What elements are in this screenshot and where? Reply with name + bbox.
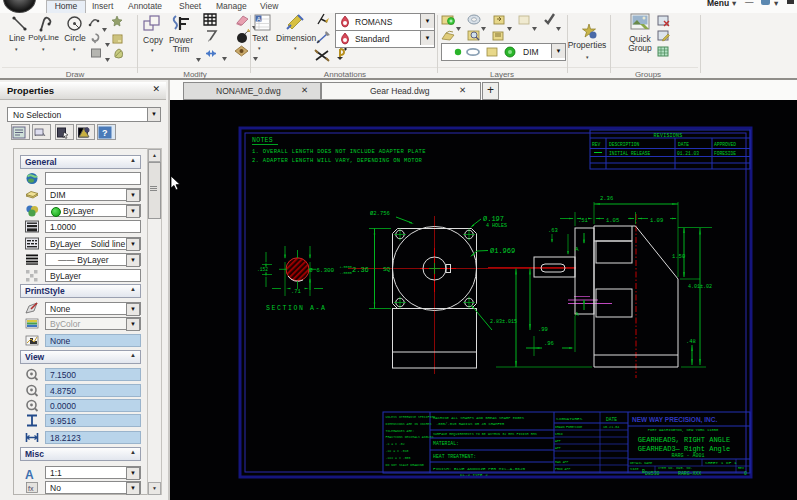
svg-text:2.36: 2.36 [352,266,369,274]
svg-text:MAN APP: MAN APP [555,460,568,464]
svg-text:RARG - A001: RARG - A001 [671,453,704,459]
svg-text:RARG-XXX: RARG-XXX [678,471,701,476]
svg-text:FINISH: BLUE ANODIZE PER MIL-: FINISH: BLUE ANODIZE PER MIL-A-8625 [433,466,526,471]
svg-text:fx: fx [28,485,34,492]
svg-text:APP: APP [555,446,561,450]
svg-text:A: A [575,311,579,318]
svg-text:CL.2 TYPE 2: CL.2 TYPE 2 [460,473,488,477]
svg-text:.96: .96 [544,340,554,347]
svg-text:.005/.015 RADIUS OR 45 CHAMFER: .005/.015 RADIUS OR 45 CHAMFER [436,422,505,426]
svg-text:REV: REV [738,466,745,470]
svg-text:APP: APP [555,439,561,443]
svg-text:0: 0 [744,471,747,476]
svg-text:.99: .99 [538,326,548,333]
svg-text:PROD APP: PROD APP [555,467,570,471]
svg-text:CHKD: CHKD [555,432,563,436]
svg-text:SQ: SQ [383,266,391,273]
svg-text:?: ? [102,128,108,138]
svg-text:2. ADAPTER LENGTH WILL VARY, D: 2. ADAPTER LENGTH WILL VARY, DEPENDING O… [252,157,423,164]
svg-text:2.83±.015: 2.83±.015 [490,319,517,325]
svg-text:01.21.03: 01.21.03 [677,151,699,156]
svg-text:.152: .152 [257,267,268,272]
svg-text:Ø 6.300: Ø 6.300 [309,267,335,274]
svg-text:INITIAL RELEASE: INITIAL RELEASE [609,151,651,156]
svg-text:NOTES: NOTES [252,137,273,144]
svg-text:REV: REV [592,142,601,147]
svg-text:.X = ± .02: .X = ± .02 [386,442,405,446]
svg-text:NEW WAY PRECISION, INC.: NEW WAY PRECISION, INC. [632,416,717,424]
svg-text:SURFACE REQUIREMENTS TO BE WIT: SURFACE REQUIREMENTS TO BE WITHIN 32 RMS… [433,432,537,436]
svg-text:4 HOLES: 4 HOLES [486,223,507,229]
svg-text:DESCRIPTION: DESCRIPTION [609,142,640,147]
svg-text:SIGNATURES: SIGNATURES [556,416,583,421]
svg-text:A: A [575,246,579,253]
svg-text:1.50: 1.50 [672,253,685,260]
svg-text:GEARHEADS, RIGHT ANGLE: GEARHEADS, RIGHT ANGLE [638,436,730,444]
svg-text:SECTION A-A: SECTION A-A [266,305,327,312]
svg-text:UNLESS OTHERWISE SPECIFIED: UNLESS OTHERWISE SPECIFIED [386,415,436,419]
svg-text:HEAT TREATMENT:: HEAT TREATMENT: [433,454,476,459]
svg-text:Ø1.969: Ø1.969 [490,247,515,255]
svg-text:SIZE: SIZE [630,467,639,471]
svg-text:TOLERANCES ARE:: TOLERANCES ARE: [386,429,415,433]
svg-text:.51: .51 [578,217,589,224]
svg-text:PORT WASHINGTON, NEW YORK 1105: PORT WASHINGTON, NEW YORK 11050 [648,428,719,432]
svg-text:DATE: DATE [678,142,689,147]
svg-text:FRACTIONS DECIMALS ANGLES: FRACTIONS DECIMALS ANGLES [386,435,434,439]
svg-text:DETAIL NAME: DETAIL NAME [630,461,652,465]
svg-text:SHEET 1 OF 1: SHEET 1 OF 1 [705,460,737,465]
svg-text:A: A [257,16,261,22]
svg-text:4.01±.02: 4.01±.02 [688,284,712,290]
svg-text:ITEM NO. DWG. NO.: ITEM NO. DWG. NO. [658,466,693,470]
svg-text:.71: .71 [291,288,302,295]
svg-text:Ø.197: Ø.197 [483,215,504,223]
svg-text:Ø2.756: Ø2.756 [370,210,390,217]
svg-text:2.36: 2.36 [600,195,613,202]
svg-text:APPROVED: APPROVED [714,142,736,147]
svg-text:DATE: DATE [606,417,617,422]
svg-text:MATERIAL:: MATERIAL: [433,441,459,446]
svg-text:REVISIONS: REVISIONS [654,133,683,139]
svg-text:1.09: 1.09 [650,217,663,224]
svg-text:.48: .48 [686,338,696,345]
svg-text:MACHINE ALL SHARPS AND BREAK S: MACHINE ALL SHARPS AND BREAK SHARP EDGES [433,416,525,420]
svg-text:.63: .63 [548,227,558,234]
svg-text:DRAWN: DRAWN [555,425,565,429]
svg-text:DO NOT SCALE DRAWING: DO NOT SCALE DRAWING [386,463,424,467]
svg-text:-.0005: -.0005 [340,271,352,275]
svg-text:+.0000: +.0000 [340,265,352,269]
svg-text:1.05: 1.05 [606,217,619,224]
svg-text:10.21.04: 10.21.04 [603,425,619,429]
svg-text:.XXX = ± .005: .XXX = ± .005 [386,456,411,460]
svg-text:FORESIDE: FORESIDE [714,151,736,156]
svg-text:.XX = ± .010: .XX = ± .010 [386,449,409,453]
svg-text:FORESIDE: FORESIDE [566,425,582,429]
svg-text:DIMENSIONS ARE IN INCHES: DIMENSIONS ARE IN INCHES [386,422,432,426]
svg-text:GEARHEAD3— Right Angle: GEARHEAD3— Right Angle [638,445,730,453]
svg-text:1. OVERALL LENGTH DOES NOT INC: 1. OVERALL LENGTH DOES NOT INCLUDE ADAPT… [252,148,426,155]
svg-text:D8530: D8530 [645,471,660,476]
